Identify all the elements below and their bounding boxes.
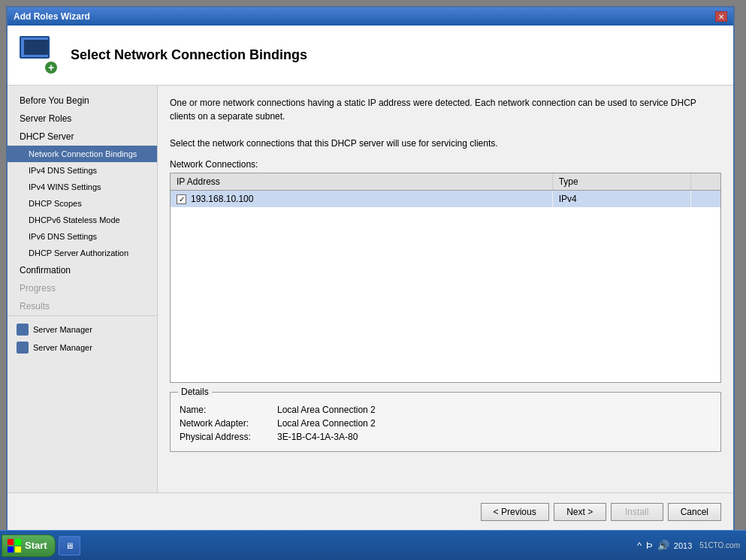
ip-address-value: 193.168.10.100 — [191, 194, 253, 204]
page-title: Select Network Connection Bindings — [71, 47, 307, 63]
taskbar: Start 🖥 ^ Þ 🔊 2013 51CTO.com — [0, 530, 746, 560]
dialog-title: Add Roles Wizard — [14, 11, 90, 22]
previous-button[interactable]: < Previous — [481, 503, 549, 521]
taskbar-arrow-icon: ^ — [637, 540, 642, 551]
detail-row-physical-address: Physical Address: 3E-1B-C4-1A-3A-80 — [180, 432, 711, 442]
taskbar-network-icon: Þ — [646, 540, 653, 551]
sidebar-item-ipv6-dns-settings[interactable]: IPv6 DNS Settings — [8, 228, 157, 245]
svg-rect-1 — [15, 539, 21, 545]
next-button[interactable]: Next > — [554, 503, 606, 521]
monitor-screen — [24, 40, 48, 55]
description-line1: One or more network connections having a… — [170, 98, 696, 122]
details-legend: Details — [178, 387, 212, 397]
server-manager-icon-2 — [17, 342, 29, 354]
checkbox-cell: 193.168.10.100 — [177, 194, 546, 204]
sidebar-item-dhcp-scopes[interactable]: DHCP Scopes — [8, 195, 157, 212]
taskbar-item-icon: 🖥 — [65, 541, 74, 550]
cell-ip-address: 193.168.10.100 — [171, 191, 552, 208]
sidebar-item-dhcpv6-stateless-mode[interactable]: DHCPv6 Stateless Mode — [8, 212, 157, 228]
taskbar-speaker-icon: 🔊 — [657, 540, 669, 551]
description-line2: Select the network connections that this… — [170, 138, 498, 149]
server-manager-item-1[interactable]: Server Manager — [8, 321, 157, 339]
start-button[interactable]: Start — [2, 534, 56, 557]
sidebar: Before You Begin Server Roles DHCP Serve… — [8, 86, 158, 492]
detail-label-network-adapter: Network Adapter: — [180, 418, 277, 429]
detail-value-name: Local Area Connection 2 — [277, 405, 376, 415]
server-manager-label-2: Server Manager — [33, 343, 92, 352]
row-checkbox[interactable] — [177, 194, 186, 204]
content-area: One or more network connections having a… — [158, 86, 733, 492]
col-header-ip-address: IP Address — [171, 173, 552, 191]
sidebar-item-network-connection-bindings[interactable]: Network Connection Bindings — [8, 146, 157, 162]
detail-label-name: Name: — [180, 405, 277, 415]
cell-extra — [690, 191, 720, 208]
table-header-row: IP Address Type — [171, 173, 720, 191]
sidebar-item-dhcp-server[interactable]: DHCP Server — [8, 128, 157, 146]
watermark-text: 51CTO.com — [699, 541, 740, 549]
sidebar-item-server-roles[interactable]: Server Roles — [8, 110, 157, 128]
cancel-button[interactable]: Cancel — [668, 503, 721, 521]
taskbar-right: ^ Þ 🔊 2013 51CTO.com — [637, 540, 746, 551]
svg-rect-2 — [8, 546, 14, 552]
detail-value-physical-address: 3E-1B-C4-1A-3A-80 — [277, 432, 358, 442]
install-button[interactable]: Install — [611, 503, 663, 521]
details-group: Details Name: Local Area Connection 2 Ne… — [170, 392, 721, 452]
sidebar-item-dhcp-server-authorization[interactable]: DHCP Server Authorization — [8, 245, 157, 261]
dialog-footer: < Previous Next > Install Cancel — [8, 492, 733, 530]
plus-icon: + — [44, 60, 59, 75]
connections-table: IP Address Type 193.168.10.100 — [171, 173, 720, 207]
col-header-extra — [690, 173, 720, 191]
svg-rect-3 — [15, 546, 21, 552]
sidebar-item-progress: Progress — [8, 279, 157, 297]
cell-type: IPv4 — [552, 191, 690, 208]
windows-logo-icon — [7, 538, 22, 553]
start-label: Start — [25, 540, 47, 551]
taskbar-item-1[interactable]: 🖥 — [59, 536, 80, 555]
detail-label-physical-address: Physical Address: — [180, 432, 277, 442]
sidebar-item-confirmation[interactable]: Confirmation — [8, 261, 157, 279]
server-manager-icon-1 — [17, 324, 29, 336]
sidebar-item-ipv4-dns-settings[interactable]: IPv4 DNS Settings — [8, 162, 157, 179]
server-manager-label-1: Server Manager — [33, 325, 92, 334]
close-button[interactable]: ✕ — [715, 11, 727, 22]
sidebar-item-ipv4-wins-settings[interactable]: IPv4 WINS Settings — [8, 179, 157, 195]
detail-value-network-adapter: Local Area Connection 2 — [277, 418, 376, 429]
sidebar-item-results: Results — [8, 297, 157, 315]
title-bar: Add Roles Wizard ✕ — [8, 8, 733, 26]
connections-label: Network Connections: — [170, 159, 721, 170]
taskbar-time: 2013 — [674, 541, 692, 550]
wizard-icon: + — [20, 36, 59, 75]
svg-rect-0 — [8, 539, 14, 545]
add-roles-wizard-dialog: Add Roles Wizard ✕ + Select Network Conn… — [6, 6, 735, 531]
server-manager-item-2[interactable]: Server Manager — [8, 339, 157, 357]
detail-row-name: Name: Local Area Connection 2 — [180, 405, 711, 415]
table-row[interactable]: 193.168.10.100 IPv4 — [171, 191, 720, 208]
sidebar-item-before-you-begin[interactable]: Before You Begin — [8, 92, 157, 110]
dialog-header: + Select Network Connection Bindings — [8, 26, 733, 86]
dialog-body: Before You Begin Server Roles DHCP Serve… — [8, 86, 733, 492]
col-header-type: Type — [552, 173, 690, 191]
server-manager-section: Server Manager Server Manager — [8, 315, 157, 361]
connections-table-wrapper: IP Address Type 193.168.10.100 — [170, 173, 721, 383]
description-text: One or more network connections having a… — [170, 96, 721, 150]
detail-row-network-adapter: Network Adapter: Local Area Connection 2 — [180, 418, 711, 429]
monitor-shape — [20, 36, 50, 59]
